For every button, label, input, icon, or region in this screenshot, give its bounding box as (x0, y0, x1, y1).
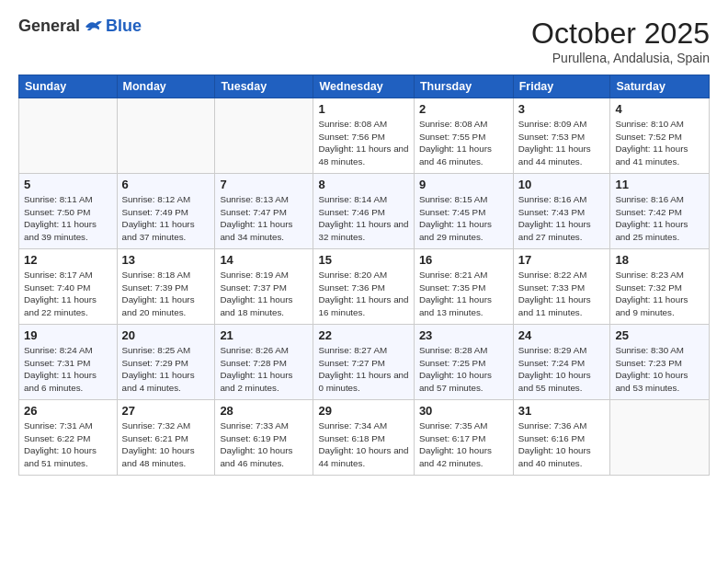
day-number: 5 (24, 178, 112, 191)
day-number: 4 (615, 102, 704, 116)
day-info: Sunrise: 8:10 AM Sunset: 7:52 PM Dayligh… (615, 118, 704, 168)
day-info: Sunrise: 8:13 AM Sunset: 7:47 PM Dayligh… (220, 193, 308, 244)
table-row: 5Sunrise: 8:11 AM Sunset: 7:50 PM Daylig… (19, 174, 118, 249)
col-wednesday: Wednesday (313, 75, 414, 98)
day-info: Sunrise: 7:31 AM Sunset: 6:22 PM Dayligh… (24, 419, 112, 470)
day-info: Sunrise: 8:15 AM Sunset: 7:45 PM Dayligh… (419, 193, 508, 244)
table-row: 30Sunrise: 7:35 AM Sunset: 6:17 PM Dayli… (414, 400, 513, 476)
month-title: October 2025 (531, 17, 710, 51)
day-info: Sunrise: 8:08 AM Sunset: 7:55 PM Dayligh… (419, 118, 508, 168)
col-monday: Monday (117, 75, 215, 98)
day-info: Sunrise: 8:24 AM Sunset: 7:31 PM Dayligh… (24, 344, 112, 395)
day-info: Sunrise: 8:27 AM Sunset: 7:27 PM Dayligh… (318, 344, 408, 395)
table-row: 12Sunrise: 8:17 AM Sunset: 7:40 PM Dayli… (19, 249, 118, 325)
table-row: 31Sunrise: 7:36 AM Sunset: 6:16 PM Dayli… (513, 400, 610, 476)
header: General Blue October 2025 Purullena, And… (18, 17, 710, 65)
day-number: 19 (24, 328, 112, 342)
day-info: Sunrise: 8:26 AM Sunset: 7:28 PM Dayligh… (220, 344, 308, 395)
logo-text: General Blue (18, 17, 142, 36)
calendar-week-row: 5Sunrise: 8:11 AM Sunset: 7:50 PM Daylig… (19, 174, 710, 249)
table-row (117, 98, 215, 174)
table-row: 9Sunrise: 8:15 AM Sunset: 7:45 PM Daylig… (414, 174, 513, 249)
day-number: 11 (615, 178, 704, 191)
calendar-week-row: 26Sunrise: 7:31 AM Sunset: 6:22 PM Dayli… (19, 400, 710, 476)
table-row: 29Sunrise: 7:34 AM Sunset: 6:18 PM Dayli… (313, 400, 414, 476)
day-number: 7 (220, 178, 308, 191)
page: General Blue October 2025 Purullena, And… (0, 0, 728, 563)
day-number: 10 (518, 178, 606, 191)
table-row: 2Sunrise: 8:08 AM Sunset: 7:55 PM Daylig… (414, 98, 513, 174)
day-info: Sunrise: 8:28 AM Sunset: 7:25 PM Dayligh… (419, 344, 508, 395)
day-number: 8 (318, 178, 408, 191)
calendar-week-row: 1Sunrise: 8:08 AM Sunset: 7:56 PM Daylig… (19, 98, 710, 174)
day-info: Sunrise: 7:36 AM Sunset: 6:16 PM Dayligh… (518, 419, 606, 470)
day-number: 20 (122, 328, 210, 342)
col-thursday: Thursday (414, 75, 513, 98)
day-info: Sunrise: 8:11 AM Sunset: 7:50 PM Dayligh… (24, 193, 112, 244)
table-row: 22Sunrise: 8:27 AM Sunset: 7:27 PM Dayli… (313, 325, 414, 400)
col-sunday: Sunday (19, 75, 118, 98)
calendar: Sunday Monday Tuesday Wednesday Thursday… (18, 75, 710, 476)
table-row: 27Sunrise: 7:32 AM Sunset: 6:21 PM Dayli… (117, 400, 215, 476)
calendar-header-row: Sunday Monday Tuesday Wednesday Thursday… (19, 75, 710, 98)
title-area: October 2025 Purullena, Andalusia, Spain (531, 17, 710, 65)
calendar-week-row: 12Sunrise: 8:17 AM Sunset: 7:40 PM Dayli… (19, 249, 710, 325)
calendar-week-row: 19Sunrise: 8:24 AM Sunset: 7:31 PM Dayli… (19, 325, 710, 400)
table-row: 28Sunrise: 7:33 AM Sunset: 6:19 PM Dayli… (215, 400, 313, 476)
day-info: Sunrise: 8:29 AM Sunset: 7:24 PM Dayligh… (518, 344, 606, 395)
day-number: 31 (518, 404, 606, 418)
day-info: Sunrise: 8:09 AM Sunset: 7:53 PM Dayligh… (518, 118, 606, 168)
table-row: 7Sunrise: 8:13 AM Sunset: 7:47 PM Daylig… (215, 174, 313, 249)
day-number: 27 (122, 404, 210, 418)
day-info: Sunrise: 8:08 AM Sunset: 7:56 PM Dayligh… (318, 118, 408, 168)
day-info: Sunrise: 8:18 AM Sunset: 7:39 PM Dayligh… (122, 269, 210, 319)
day-info: Sunrise: 8:12 AM Sunset: 7:49 PM Dayligh… (122, 193, 210, 244)
table-row: 19Sunrise: 8:24 AM Sunset: 7:31 PM Dayli… (19, 325, 118, 400)
day-number: 25 (615, 328, 704, 342)
day-info: Sunrise: 8:14 AM Sunset: 7:46 PM Dayligh… (318, 193, 408, 244)
day-number: 14 (220, 253, 308, 267)
logo-general: General (18, 17, 80, 36)
day-number: 21 (220, 328, 308, 342)
day-number: 26 (24, 404, 112, 418)
day-number: 6 (122, 178, 210, 191)
table-row: 16Sunrise: 8:21 AM Sunset: 7:35 PM Dayli… (414, 249, 513, 325)
col-saturday: Saturday (610, 75, 710, 98)
table-row: 3Sunrise: 8:09 AM Sunset: 7:53 PM Daylig… (513, 98, 610, 174)
logo: General Blue (18, 17, 142, 36)
day-number: 15 (318, 253, 408, 267)
day-info: Sunrise: 8:21 AM Sunset: 7:35 PM Dayligh… (419, 269, 508, 319)
day-info: Sunrise: 8:20 AM Sunset: 7:36 PM Dayligh… (318, 269, 408, 319)
logo-bird-icon (84, 18, 104, 35)
logo-blue: Blue (106, 17, 142, 36)
table-row: 11Sunrise: 8:16 AM Sunset: 7:42 PM Dayli… (610, 174, 710, 249)
day-info: Sunrise: 8:22 AM Sunset: 7:33 PM Dayligh… (518, 269, 606, 319)
day-number: 2 (419, 102, 508, 116)
table-row: 17Sunrise: 8:22 AM Sunset: 7:33 PM Dayli… (513, 249, 610, 325)
day-info: Sunrise: 8:19 AM Sunset: 7:37 PM Dayligh… (220, 269, 308, 319)
day-number: 24 (518, 328, 606, 342)
table-row (215, 98, 313, 174)
day-number: 9 (419, 178, 508, 191)
location: Purullena, Andalusia, Spain (531, 51, 710, 65)
table-row: 25Sunrise: 8:30 AM Sunset: 7:23 PM Dayli… (610, 325, 710, 400)
col-tuesday: Tuesday (215, 75, 313, 98)
table-row: 18Sunrise: 8:23 AM Sunset: 7:32 PM Dayli… (610, 249, 710, 325)
day-info: Sunrise: 7:35 AM Sunset: 6:17 PM Dayligh… (419, 419, 508, 470)
table-row: 21Sunrise: 8:26 AM Sunset: 7:28 PM Dayli… (215, 325, 313, 400)
day-info: Sunrise: 8:17 AM Sunset: 7:40 PM Dayligh… (24, 269, 112, 319)
day-number: 16 (419, 253, 508, 267)
day-number: 30 (419, 404, 508, 418)
day-number: 29 (318, 404, 408, 418)
day-info: Sunrise: 8:16 AM Sunset: 7:43 PM Dayligh… (518, 193, 606, 244)
table-row: 6Sunrise: 8:12 AM Sunset: 7:49 PM Daylig… (117, 174, 215, 249)
day-info: Sunrise: 7:32 AM Sunset: 6:21 PM Dayligh… (122, 419, 210, 470)
table-row: 23Sunrise: 8:28 AM Sunset: 7:25 PM Dayli… (414, 325, 513, 400)
table-row: 13Sunrise: 8:18 AM Sunset: 7:39 PM Dayli… (117, 249, 215, 325)
day-number: 28 (220, 404, 308, 418)
table-row: 10Sunrise: 8:16 AM Sunset: 7:43 PM Dayli… (513, 174, 610, 249)
table-row (19, 98, 118, 174)
table-row: 8Sunrise: 8:14 AM Sunset: 7:46 PM Daylig… (313, 174, 414, 249)
day-info: Sunrise: 7:34 AM Sunset: 6:18 PM Dayligh… (318, 419, 408, 470)
day-info: Sunrise: 8:23 AM Sunset: 7:32 PM Dayligh… (615, 269, 704, 319)
